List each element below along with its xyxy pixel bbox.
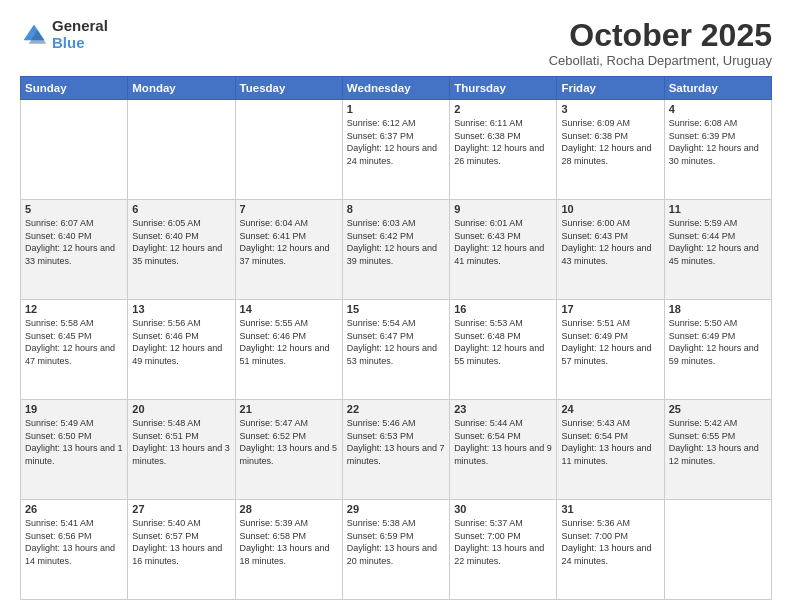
day-number: 26	[25, 503, 123, 515]
col-wednesday: Wednesday	[342, 77, 449, 100]
table-row: 21Sunrise: 5:47 AM Sunset: 6:52 PM Dayli…	[235, 400, 342, 500]
day-number: 11	[669, 203, 767, 215]
table-row: 17Sunrise: 5:51 AM Sunset: 6:49 PM Dayli…	[557, 300, 664, 400]
day-info: Sunrise: 5:56 AM Sunset: 6:46 PM Dayligh…	[132, 317, 230, 367]
day-number: 12	[25, 303, 123, 315]
day-number: 14	[240, 303, 338, 315]
table-row: 31Sunrise: 5:36 AM Sunset: 7:00 PM Dayli…	[557, 500, 664, 600]
logo-text: General Blue	[52, 18, 108, 51]
table-row: 4Sunrise: 6:08 AM Sunset: 6:39 PM Daylig…	[664, 100, 771, 200]
table-row: 26Sunrise: 5:41 AM Sunset: 6:56 PM Dayli…	[21, 500, 128, 600]
calendar-week-row: 19Sunrise: 5:49 AM Sunset: 6:50 PM Dayli…	[21, 400, 772, 500]
day-number: 9	[454, 203, 552, 215]
day-info: Sunrise: 5:44 AM Sunset: 6:54 PM Dayligh…	[454, 417, 552, 467]
day-number: 7	[240, 203, 338, 215]
day-info: Sunrise: 5:46 AM Sunset: 6:53 PM Dayligh…	[347, 417, 445, 467]
day-number: 25	[669, 403, 767, 415]
table-row: 14Sunrise: 5:55 AM Sunset: 6:46 PM Dayli…	[235, 300, 342, 400]
top-header: General Blue October 2025 Cebollati, Roc…	[20, 18, 772, 68]
day-info: Sunrise: 6:04 AM Sunset: 6:41 PM Dayligh…	[240, 217, 338, 267]
day-info: Sunrise: 5:40 AM Sunset: 6:57 PM Dayligh…	[132, 517, 230, 567]
day-info: Sunrise: 5:43 AM Sunset: 6:54 PM Dayligh…	[561, 417, 659, 467]
day-info: Sunrise: 6:09 AM Sunset: 6:38 PM Dayligh…	[561, 117, 659, 167]
col-friday: Friday	[557, 77, 664, 100]
day-number: 2	[454, 103, 552, 115]
table-row: 8Sunrise: 6:03 AM Sunset: 6:42 PM Daylig…	[342, 200, 449, 300]
day-info: Sunrise: 5:59 AM Sunset: 6:44 PM Dayligh…	[669, 217, 767, 267]
col-sunday: Sunday	[21, 77, 128, 100]
day-info: Sunrise: 5:48 AM Sunset: 6:51 PM Dayligh…	[132, 417, 230, 467]
table-row: 30Sunrise: 5:37 AM Sunset: 7:00 PM Dayli…	[450, 500, 557, 600]
day-number: 6	[132, 203, 230, 215]
table-row: 5Sunrise: 6:07 AM Sunset: 6:40 PM Daylig…	[21, 200, 128, 300]
day-number: 21	[240, 403, 338, 415]
col-saturday: Saturday	[664, 77, 771, 100]
day-number: 28	[240, 503, 338, 515]
calendar-week-row: 26Sunrise: 5:41 AM Sunset: 6:56 PM Dayli…	[21, 500, 772, 600]
table-row: 18Sunrise: 5:50 AM Sunset: 6:49 PM Dayli…	[664, 300, 771, 400]
day-number: 29	[347, 503, 445, 515]
day-info: Sunrise: 5:38 AM Sunset: 6:59 PM Dayligh…	[347, 517, 445, 567]
table-row	[235, 100, 342, 200]
day-info: Sunrise: 6:08 AM Sunset: 6:39 PM Dayligh…	[669, 117, 767, 167]
calendar-title: October 2025	[549, 18, 772, 53]
calendar-week-row: 5Sunrise: 6:07 AM Sunset: 6:40 PM Daylig…	[21, 200, 772, 300]
table-row: 15Sunrise: 5:54 AM Sunset: 6:47 PM Dayli…	[342, 300, 449, 400]
col-monday: Monday	[128, 77, 235, 100]
table-row: 19Sunrise: 5:49 AM Sunset: 6:50 PM Dayli…	[21, 400, 128, 500]
day-number: 13	[132, 303, 230, 315]
table-row	[21, 100, 128, 200]
table-row: 29Sunrise: 5:38 AM Sunset: 6:59 PM Dayli…	[342, 500, 449, 600]
col-thursday: Thursday	[450, 77, 557, 100]
day-info: Sunrise: 6:11 AM Sunset: 6:38 PM Dayligh…	[454, 117, 552, 167]
table-row: 1Sunrise: 6:12 AM Sunset: 6:37 PM Daylig…	[342, 100, 449, 200]
day-info: Sunrise: 5:39 AM Sunset: 6:58 PM Dayligh…	[240, 517, 338, 567]
logo: General Blue	[20, 18, 108, 51]
day-number: 30	[454, 503, 552, 515]
table-row: 12Sunrise: 5:58 AM Sunset: 6:45 PM Dayli…	[21, 300, 128, 400]
logo-general-text: General	[52, 18, 108, 35]
table-row: 10Sunrise: 6:00 AM Sunset: 6:43 PM Dayli…	[557, 200, 664, 300]
day-info: Sunrise: 5:37 AM Sunset: 7:00 PM Dayligh…	[454, 517, 552, 567]
day-number: 3	[561, 103, 659, 115]
day-number: 18	[669, 303, 767, 315]
day-number: 5	[25, 203, 123, 215]
day-number: 27	[132, 503, 230, 515]
table-row: 7Sunrise: 6:04 AM Sunset: 6:41 PM Daylig…	[235, 200, 342, 300]
day-info: Sunrise: 6:01 AM Sunset: 6:43 PM Dayligh…	[454, 217, 552, 267]
table-row: 16Sunrise: 5:53 AM Sunset: 6:48 PM Dayli…	[450, 300, 557, 400]
day-info: Sunrise: 5:53 AM Sunset: 6:48 PM Dayligh…	[454, 317, 552, 367]
calendar-header-row: Sunday Monday Tuesday Wednesday Thursday…	[21, 77, 772, 100]
day-info: Sunrise: 5:47 AM Sunset: 6:52 PM Dayligh…	[240, 417, 338, 467]
day-number: 22	[347, 403, 445, 415]
day-info: Sunrise: 6:00 AM Sunset: 6:43 PM Dayligh…	[561, 217, 659, 267]
day-number: 20	[132, 403, 230, 415]
table-row: 22Sunrise: 5:46 AM Sunset: 6:53 PM Dayli…	[342, 400, 449, 500]
day-info: Sunrise: 6:12 AM Sunset: 6:37 PM Dayligh…	[347, 117, 445, 167]
day-info: Sunrise: 5:51 AM Sunset: 6:49 PM Dayligh…	[561, 317, 659, 367]
day-number: 10	[561, 203, 659, 215]
table-row: 11Sunrise: 5:59 AM Sunset: 6:44 PM Dayli…	[664, 200, 771, 300]
logo-blue-text: Blue	[52, 35, 108, 52]
day-number: 16	[454, 303, 552, 315]
day-info: Sunrise: 6:07 AM Sunset: 6:40 PM Dayligh…	[25, 217, 123, 267]
table-row: 23Sunrise: 5:44 AM Sunset: 6:54 PM Dayli…	[450, 400, 557, 500]
table-row: 28Sunrise: 5:39 AM Sunset: 6:58 PM Dayli…	[235, 500, 342, 600]
day-info: Sunrise: 5:50 AM Sunset: 6:49 PM Dayligh…	[669, 317, 767, 367]
day-info: Sunrise: 5:54 AM Sunset: 6:47 PM Dayligh…	[347, 317, 445, 367]
calendar-week-row: 1Sunrise: 6:12 AM Sunset: 6:37 PM Daylig…	[21, 100, 772, 200]
table-row: 25Sunrise: 5:42 AM Sunset: 6:55 PM Dayli…	[664, 400, 771, 500]
day-number: 23	[454, 403, 552, 415]
table-row: 2Sunrise: 6:11 AM Sunset: 6:38 PM Daylig…	[450, 100, 557, 200]
day-info: Sunrise: 5:55 AM Sunset: 6:46 PM Dayligh…	[240, 317, 338, 367]
day-info: Sunrise: 5:42 AM Sunset: 6:55 PM Dayligh…	[669, 417, 767, 467]
col-tuesday: Tuesday	[235, 77, 342, 100]
day-number: 4	[669, 103, 767, 115]
day-info: Sunrise: 6:03 AM Sunset: 6:42 PM Dayligh…	[347, 217, 445, 267]
day-info: Sunrise: 5:58 AM Sunset: 6:45 PM Dayligh…	[25, 317, 123, 367]
day-number: 8	[347, 203, 445, 215]
table-row	[664, 500, 771, 600]
table-row: 6Sunrise: 6:05 AM Sunset: 6:40 PM Daylig…	[128, 200, 235, 300]
title-block: October 2025 Cebollati, Rocha Department…	[549, 18, 772, 68]
calendar-week-row: 12Sunrise: 5:58 AM Sunset: 6:45 PM Dayli…	[21, 300, 772, 400]
